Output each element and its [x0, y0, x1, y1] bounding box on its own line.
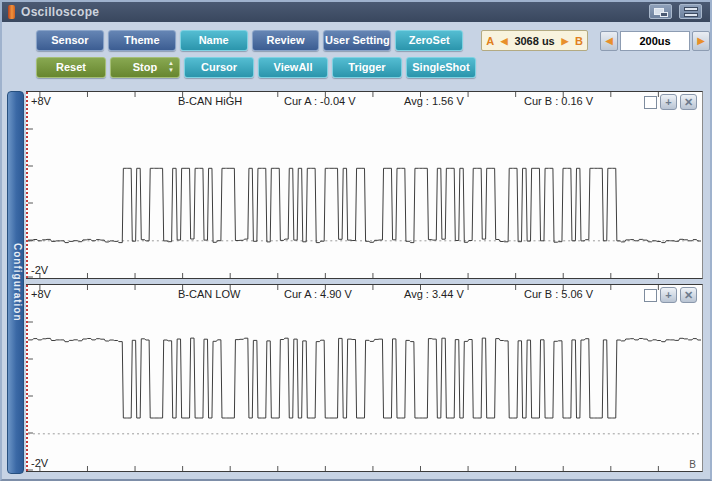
timebase-value[interactable]: 200us	[620, 31, 690, 51]
stop-spinner-icon[interactable]: ▲▼	[168, 60, 174, 74]
app-icon	[8, 5, 15, 19]
channel-1-cursor-b-value: Cur B : 0.16 V	[524, 95, 593, 107]
cursor-b-label: B	[575, 35, 583, 47]
channel-1-panel: +8V B-CAN HiGH Cur A : -0.04 V Avg : 1.5…	[26, 91, 703, 279]
cascade-windows-icon[interactable]	[649, 4, 672, 19]
user-setting-button[interactable]: User Setting	[323, 30, 391, 51]
channel-2-name: B-CAN LOW	[178, 288, 240, 300]
cursor-delta-value: 3068 us	[514, 35, 554, 47]
channel-2-select-checkbox[interactable]	[644, 289, 657, 302]
singleshot-button[interactable]: SingleShot	[406, 57, 476, 78]
channel-panels: +8V B-CAN HiGH Cur A : -0.04 V Avg : 1.5…	[26, 91, 703, 474]
toolbar-row-2: Reset Stop ▲▼ Cursor ViewAll Trigger Sin…	[36, 57, 710, 78]
toolbar-row-1: Sensor Theme Name Review User Setting Ze…	[36, 30, 710, 51]
trigger-button[interactable]: Trigger	[332, 57, 402, 78]
stop-button-label: Stop	[133, 61, 157, 73]
theme-button[interactable]: Theme	[108, 30, 176, 51]
window-title: Oscilloscope	[21, 5, 99, 19]
channel-2-vmin-label: -2V	[31, 457, 48, 469]
channel-2-cursor-b-value: Cur B : 5.06 V	[524, 288, 593, 300]
channel-1-add-icon[interactable]: +	[660, 94, 677, 110]
cursor-a-line[interactable]	[26, 92, 28, 278]
channel-2-cursor-a-value: Cur A : 4.90 V	[284, 288, 352, 300]
main-area: Configuration +8V B-CAN HiGH Cur A : -0.…	[2, 90, 710, 474]
review-button[interactable]: Review	[252, 30, 320, 51]
cursor-a-line[interactable]	[26, 285, 28, 471]
channel-1-avg-value: Avg : 1.56 V	[404, 95, 464, 107]
tile-windows-icon[interactable]	[679, 4, 702, 19]
toolbar: Sensor Theme Name Review User Setting Ze…	[2, 22, 710, 90]
channel-1-name: B-CAN HiGH	[178, 95, 242, 107]
channel-1-select-checkbox[interactable]	[644, 96, 657, 109]
cursor-delta-readout: A ◀ 3068 us ▶ B	[481, 30, 588, 51]
sensor-button[interactable]: Sensor	[36, 30, 104, 51]
channel-2-avg-value: Avg : 3.44 V	[404, 288, 464, 300]
cursor-a-label: A	[486, 35, 494, 47]
cursor-a-arrow-icon[interactable]: ◀	[501, 36, 508, 46]
timebase-control: ◀ 200us ▶	[600, 31, 710, 51]
cursor-b-marker[interactable]: B	[689, 459, 696, 470]
oscilloscope-window: Oscilloscope Sensor Theme Name Review Us…	[0, 0, 712, 481]
channel-1-plot	[28, 92, 701, 278]
reset-button[interactable]: Reset	[36, 57, 106, 78]
cursor-b-arrow-icon[interactable]: ▶	[561, 36, 568, 46]
viewall-button[interactable]: ViewAll	[258, 57, 328, 78]
channel-1-cursor-a-value: Cur A : -0.04 V	[284, 95, 356, 107]
channel-1-close-icon[interactable]: ✕	[680, 94, 697, 110]
timebase-decrease-button[interactable]: ◀	[600, 31, 618, 51]
channel-2-add-icon[interactable]: +	[660, 287, 677, 303]
cursor-button[interactable]: Cursor	[184, 57, 254, 78]
channel-2-vmax-label: +8V	[31, 288, 51, 300]
sidebar-tab-configuration[interactable]: Configuration	[7, 91, 24, 474]
zeroset-button[interactable]: ZeroSet	[395, 30, 463, 51]
stop-button[interactable]: Stop ▲▼	[110, 57, 180, 78]
name-button[interactable]: Name	[180, 30, 248, 51]
titlebar: Oscilloscope	[2, 2, 710, 22]
timebase-increase-button[interactable]: ▶	[692, 31, 710, 51]
channel-2-panel: +8V B-CAN LOW Cur A : 4.90 V Avg : 3.44 …	[26, 284, 703, 472]
channel-1-vmin-label: -2V	[31, 264, 48, 276]
channel-2-plot	[28, 285, 701, 471]
channel-1-vmax-label: +8V	[31, 95, 51, 107]
channel-2-close-icon[interactable]: ✕	[680, 287, 697, 303]
